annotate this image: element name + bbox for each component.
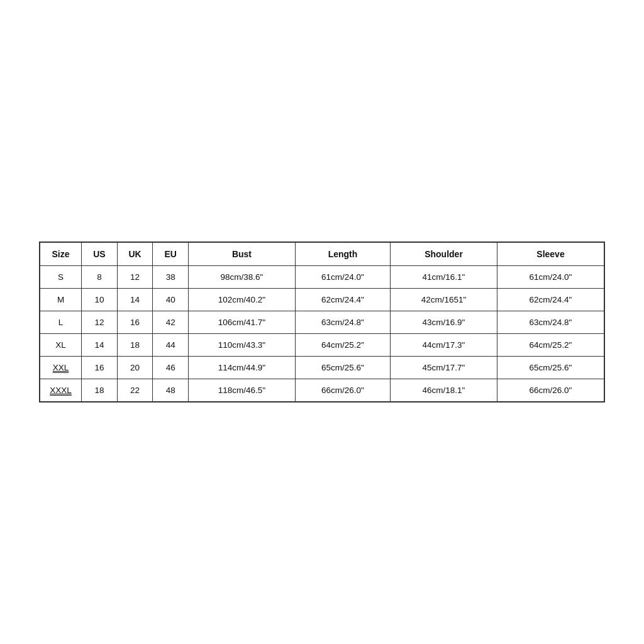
cell-sleeve: 66cm/26.0" bbox=[497, 379, 604, 402]
cell-bust: 98cm/38.6" bbox=[189, 266, 296, 289]
cell-uk: 22 bbox=[117, 379, 153, 402]
cell-eu: 44 bbox=[153, 334, 189, 357]
cell-us: 10 bbox=[82, 289, 118, 311]
cell-sleeve: 65cm/25.6" bbox=[497, 357, 604, 379]
table-row: XXXL 18 22 48 118cm/46.5" 66cm/26.0" 46c… bbox=[40, 379, 604, 402]
header-sleeve: Sleeve bbox=[497, 243, 604, 266]
cell-shoulder: 45cm/17.7" bbox=[391, 357, 497, 379]
cell-bust: 114cm/44.9" bbox=[189, 357, 296, 379]
cell-bust: 118cm/46.5" bbox=[189, 379, 296, 402]
header-eu: EU bbox=[153, 243, 189, 266]
cell-us: 8 bbox=[82, 266, 118, 289]
cell-shoulder: 44cm/17.3" bbox=[391, 334, 497, 357]
cell-size: XXL bbox=[40, 357, 82, 379]
cell-length: 61cm/24.0" bbox=[295, 266, 390, 289]
cell-eu: 38 bbox=[153, 266, 189, 289]
header-bust: Bust bbox=[189, 243, 296, 266]
cell-bust: 110cm/43.3" bbox=[189, 334, 296, 357]
cell-us: 14 bbox=[82, 334, 118, 357]
cell-sleeve: 63cm/24.8" bbox=[497, 311, 604, 334]
cell-uk: 12 bbox=[117, 266, 153, 289]
cell-eu: 42 bbox=[153, 311, 189, 334]
size-chart-container: Size US UK EU Bust Length Shoulder Sleev… bbox=[39, 242, 605, 402]
cell-us: 18 bbox=[82, 379, 118, 402]
cell-eu: 40 bbox=[153, 289, 189, 311]
size-chart-table: Size US UK EU Bust Length Shoulder Sleev… bbox=[40, 242, 604, 402]
cell-length: 64cm/25.2" bbox=[295, 334, 390, 357]
cell-size: XL bbox=[40, 334, 82, 357]
cell-shoulder: 42cm/1651" bbox=[391, 289, 497, 311]
cell-size: L bbox=[40, 311, 82, 334]
cell-length: 66cm/26.0" bbox=[295, 379, 390, 402]
cell-bust: 102cm/40.2" bbox=[189, 289, 296, 311]
cell-length: 63cm/24.8" bbox=[295, 311, 390, 334]
cell-shoulder: 43cm/16.9" bbox=[391, 311, 497, 334]
cell-us: 12 bbox=[82, 311, 118, 334]
cell-sleeve: 64cm/25.2" bbox=[497, 334, 604, 357]
cell-shoulder: 46cm/18.1" bbox=[391, 379, 497, 402]
header-uk: UK bbox=[117, 243, 153, 266]
cell-uk: 16 bbox=[117, 311, 153, 334]
cell-sleeve: 61cm/24.0" bbox=[497, 266, 604, 289]
cell-shoulder: 41cm/16.1" bbox=[391, 266, 497, 289]
header-length: Length bbox=[295, 243, 390, 266]
table-row: M 10 14 40 102cm/40.2" 62cm/24.4" 42cm/1… bbox=[40, 289, 604, 311]
header-us: US bbox=[82, 243, 118, 266]
header-size: Size bbox=[40, 243, 82, 266]
cell-sleeve: 62cm/24.4" bbox=[497, 289, 604, 311]
cell-uk: 18 bbox=[117, 334, 153, 357]
table-row: XXL 16 20 46 114cm/44.9" 65cm/25.6" 45cm… bbox=[40, 357, 604, 379]
cell-uk: 20 bbox=[117, 357, 153, 379]
table-header-row: Size US UK EU Bust Length Shoulder Sleev… bbox=[40, 243, 604, 266]
cell-length: 62cm/24.4" bbox=[295, 289, 390, 311]
cell-us: 16 bbox=[82, 357, 118, 379]
header-shoulder: Shoulder bbox=[391, 243, 497, 266]
table-row: XL 14 18 44 110cm/43.3" 64cm/25.2" 44cm/… bbox=[40, 334, 604, 357]
table-row: L 12 16 42 106cm/41.7" 63cm/24.8" 43cm/1… bbox=[40, 311, 604, 334]
cell-length: 65cm/25.6" bbox=[295, 357, 390, 379]
cell-size: M bbox=[40, 289, 82, 311]
cell-bust: 106cm/41.7" bbox=[189, 311, 296, 334]
cell-eu: 48 bbox=[153, 379, 189, 402]
cell-eu: 46 bbox=[153, 357, 189, 379]
cell-size: S bbox=[40, 266, 82, 289]
table-row: S 8 12 38 98cm/38.6" 61cm/24.0" 41cm/16.… bbox=[40, 266, 604, 289]
cell-uk: 14 bbox=[117, 289, 153, 311]
cell-size: XXXL bbox=[40, 379, 82, 402]
